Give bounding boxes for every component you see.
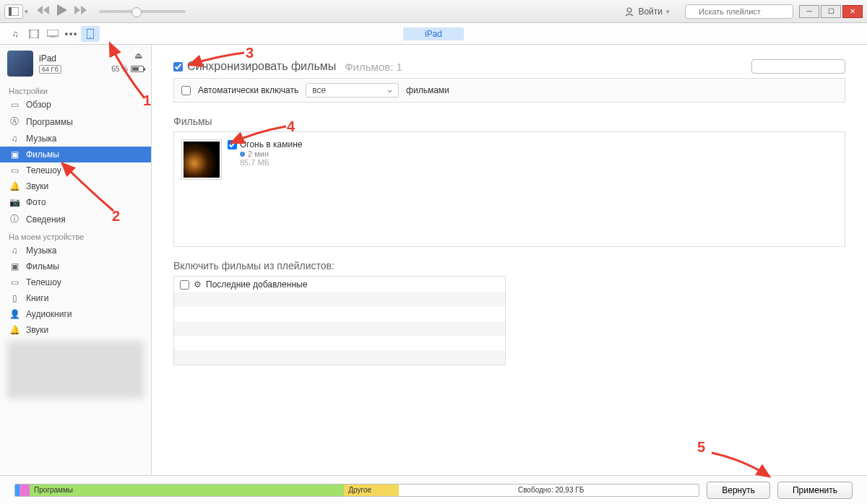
- svg-rect-1: [9, 7, 12, 16]
- sidebar-item-label: Фильмы: [26, 149, 59, 160]
- playback-controls: [37, 4, 87, 18]
- playlist-row[interactable]: ⚙ Последние добавленные: [174, 277, 505, 292]
- sidebar-device-books[interactable]: ▯Книги: [0, 290, 151, 306]
- playlists-section-header: Включить фильмы из плейлистов:: [173, 260, 845, 271]
- sync-movies-checkbox[interactable]: [173, 62, 183, 71]
- storage-segment-free: Свободно: 20,93 ГБ: [399, 485, 699, 496]
- storage-label: Программы: [34, 486, 73, 494]
- movie-size: 85,7 МБ: [240, 158, 302, 167]
- next-track-button[interactable]: [74, 6, 87, 17]
- main-content: Синхронизировать фильмы Фильмов: 1 Автом…: [152, 45, 867, 475]
- sidebar-item-label: Книги: [26, 293, 48, 303]
- sidebar-section-on-device: На моем устройстве: [0, 228, 151, 243]
- storage-bar[interactable]: Программы Другое Свободно: 20,93 ГБ: [14, 484, 699, 497]
- sidebar-item-apps[interactable]: ⒶПрограммы: [0, 113, 151, 131]
- device-breadcrumb-pill[interactable]: iPad: [403, 27, 464, 40]
- auto-include-checkbox[interactable]: [181, 86, 191, 95]
- sidebar-item-info[interactable]: ⓘСведения: [0, 210, 151, 228]
- sidebar-item-label: Фильмы: [26, 261, 59, 271]
- auto-include-select[interactable]: все: [306, 83, 399, 97]
- overview-icon: ▭: [9, 100, 20, 110]
- sidebar-item-tvshows[interactable]: ▭Телешоу: [0, 162, 151, 178]
- storage-label: Другое: [348, 486, 371, 494]
- playlist-checkbox[interactable]: [180, 280, 189, 290]
- sidebar-item-tones[interactable]: 🔔Звуки: [0, 178, 151, 194]
- sidebar-item-label: Обзор: [26, 100, 51, 110]
- sidebar-device-movies[interactable]: ▣Фильмы: [0, 258, 151, 274]
- sidebar-blurred-content: [7, 341, 144, 399]
- sync-movies-label: Синхронизировать фильмы: [187, 60, 336, 73]
- tv-library-icon[interactable]: [43, 26, 62, 42]
- svg-marker-5: [74, 6, 80, 14]
- unwatched-dot-icon: [240, 152, 245, 157]
- sidebar-device-music[interactable]: ♫Музыка: [0, 243, 151, 258]
- movie-duration-text: 2 мин: [248, 149, 269, 158]
- audiobook-icon: 👤: [9, 309, 20, 319]
- movies-section-header: Фильмы: [173, 116, 845, 127]
- window-controls: ─ ☐ ✕: [799, 5, 863, 18]
- list-item: [174, 321, 505, 336]
- movie-thumbnail-frame[interactable]: [181, 139, 222, 180]
- sidebar-toggle-button[interactable]: [4, 4, 23, 19]
- eject-icon[interactable]: ⏏: [134, 51, 142, 61]
- sync-header-row: Синхронизировать фильмы Фильмов: 1: [173, 59, 845, 74]
- volume-slider[interactable]: [99, 10, 186, 13]
- list-item: [174, 350, 505, 365]
- play-button[interactable]: [57, 4, 67, 18]
- movie-search-input[interactable]: [751, 59, 845, 74]
- device-sidebar: iPad 64 Гб ⏏ 65 % Настройки ▭Обзор ⒶПрог…: [0, 45, 152, 475]
- sidebar-device-audiobooks[interactable]: 👤Аудиокниги: [0, 306, 151, 322]
- sidebar-section-settings: Настройки: [0, 82, 151, 97]
- svg-marker-3: [43, 6, 49, 14]
- movie-duration: 2 мин: [240, 149, 302, 158]
- chevron-down-icon: ▾: [666, 8, 670, 15]
- sidebar-item-label: Музыка: [26, 246, 56, 256]
- more-libraries-button[interactable]: •••: [62, 26, 81, 42]
- info-icon: ⓘ: [9, 213, 20, 225]
- list-item: [174, 292, 505, 307]
- storage-free-label: Свободно: 20,93 ГБ: [518, 486, 584, 494]
- sidebar-item-music[interactable]: ♫Музыка: [0, 131, 151, 147]
- sidebar-item-label: Звуки: [26, 325, 48, 335]
- bell-icon: 🔔: [9, 181, 20, 191]
- movie-search: [751, 59, 845, 74]
- device-tab-button[interactable]: [81, 26, 100, 42]
- maximize-button[interactable]: ☐: [821, 5, 841, 18]
- svg-rect-11: [47, 30, 59, 36]
- bottom-bar: Программы Другое Свободно: 20,93 ГБ Верн…: [0, 475, 867, 504]
- auto-include-row: Автоматически включать все фильмами: [173, 78, 845, 103]
- sidebar-item-movies[interactable]: ▣Фильмы: [0, 147, 151, 162]
- revert-button[interactable]: Вернуть: [707, 482, 770, 499]
- apply-button[interactable]: Применить: [777, 482, 853, 499]
- movie-thumbnail: [184, 142, 220, 178]
- list-item: [174, 336, 505, 350]
- sidebar-item-label: Телешоу: [26, 165, 61, 175]
- svg-marker-4: [57, 4, 67, 16]
- svg-rect-9: [29, 30, 31, 38]
- dropdown-caret-icon[interactable]: ▾: [25, 8, 28, 15]
- sidebar-device-tvshows[interactable]: ▭Телешоу: [0, 274, 151, 290]
- account-menu[interactable]: Войти ▾: [616, 4, 678, 19]
- previous-track-button[interactable]: [37, 6, 50, 17]
- sidebar-item-label: Аудиокниги: [26, 309, 72, 319]
- auto-include-label: Автоматически включать: [198, 85, 298, 95]
- window-titlebar: ▾ Войти ▾ ─ ☐ ✕: [0, 0, 867, 23]
- movie-metadata: Огонь в камине 2 мин 85,7 МБ: [240, 139, 302, 167]
- sidebar-item-photos[interactable]: 📷Фото: [0, 194, 151, 210]
- device-name-label: iPad: [39, 53, 61, 64]
- auto-include-suffix: фильмами: [406, 85, 449, 95]
- bell-icon: 🔔: [9, 325, 20, 335]
- movie-select-checkbox[interactable]: [228, 140, 237, 149]
- sidebar-item-overview[interactable]: ▭Обзор: [0, 97, 151, 113]
- account-label: Войти: [638, 6, 663, 17]
- music-library-icon[interactable]: ♫: [6, 26, 25, 42]
- movies-library-icon[interactable]: [25, 26, 43, 42]
- device-battery: 65 %: [111, 65, 144, 73]
- close-button[interactable]: ✕: [842, 5, 863, 18]
- minimize-button[interactable]: ─: [799, 5, 819, 18]
- search-input[interactable]: [685, 4, 793, 19]
- sidebar-device-tones[interactable]: 🔔Звуки: [0, 322, 151, 338]
- device-header[interactable]: iPad 64 Гб ⏏ 65 %: [0, 45, 151, 82]
- gear-icon: ⚙: [194, 279, 202, 290]
- storage-segment-apps: Программы: [30, 485, 344, 496]
